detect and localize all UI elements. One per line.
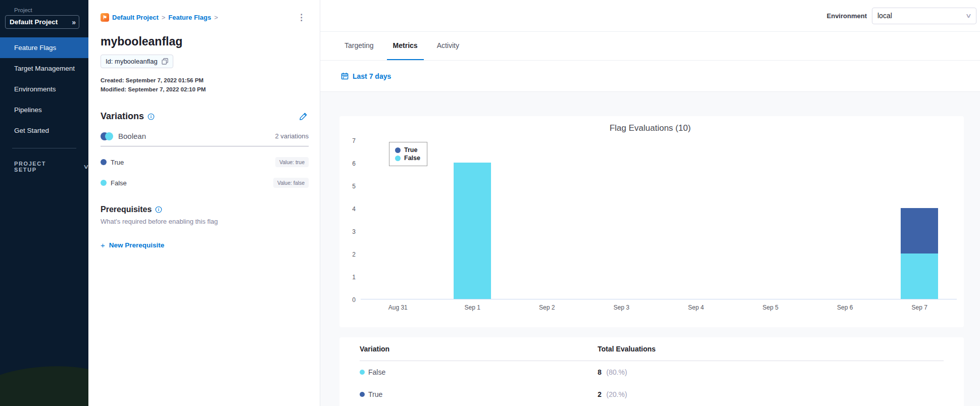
column-header-total-evaluations: Total Evaluations <box>598 345 944 353</box>
y-axis-tick: 5 <box>352 183 356 190</box>
sidebar: Project Default Project » Feature Flags … <box>0 0 88 406</box>
variation-type-label: Boolean <box>118 132 275 140</box>
variations-divider <box>101 146 309 146</box>
date-range-button[interactable]: Last 7 days <box>341 72 391 80</box>
sidebar-nav: Feature Flags Target Management Environm… <box>0 37 88 141</box>
variation-row-true: True Value: true <box>101 157 309 167</box>
true-dot-icon <box>101 159 107 165</box>
breadcrumb-feature-flags[interactable]: Feature Flags <box>168 14 211 21</box>
chevron-down-icon: ∨ <box>83 163 88 170</box>
flag-modified-date: Modified: September 7, 2022 02:10 PM <box>101 85 309 94</box>
variation-row-false: False Value: false <box>101 178 309 188</box>
x-axis-label: Sep 1 <box>435 304 510 311</box>
new-prerequisite-button[interactable]: + New Prerequisite <box>101 241 164 249</box>
false-dot-icon <box>101 180 107 186</box>
kebab-menu-icon[interactable]: ⋮ <box>294 12 309 23</box>
bar-slot <box>659 140 733 299</box>
prerequisites-description: What's required before enabling this fla… <box>101 218 309 225</box>
variation-cell: True <box>368 390 382 398</box>
table-row: False 8 (80.%) <box>360 361 944 383</box>
x-axis-label: Sep 2 <box>510 304 584 311</box>
bar-slot <box>510 140 584 299</box>
project-setup-label: PROJECT SETUP <box>14 161 71 173</box>
tabs: Targeting Metrics Activity <box>320 32 980 61</box>
y-axis-tick: 0 <box>352 296 356 303</box>
bar-segment-false <box>454 163 491 299</box>
legend-label: True <box>404 146 417 154</box>
sidebar-item-target-management[interactable]: Target Management <box>0 58 88 79</box>
boolean-type-icon <box>101 132 113 140</box>
breadcrumb-separator: > <box>214 14 218 21</box>
edit-variations-icon[interactable] <box>298 111 309 122</box>
true-legend-dot-icon <box>395 147 401 153</box>
project-name: Default Project <box>10 18 72 26</box>
variation-count: 2 variations <box>275 132 309 140</box>
environment-value: local <box>877 12 966 20</box>
breadcrumb-default-project[interactable]: Default Project <box>112 14 159 21</box>
x-axis-label: Sep 6 <box>808 304 883 311</box>
plus-icon: + <box>101 241 105 249</box>
flag-id-text: Id: mybooleanflag <box>106 58 158 65</box>
y-axis-tick: 6 <box>352 160 356 167</box>
metrics-toolbar: Last 7 days <box>320 61 980 92</box>
flag-evaluations-chart: Flag Evaluations (10) 01234567 True Fals… <box>339 116 964 327</box>
x-axis-labels: Aug 31Sep 1Sep 2Sep 3Sep 4Sep 5Sep 6Sep … <box>361 299 957 311</box>
project-selector[interactable]: Default Project » <box>5 15 79 29</box>
sidebar-item-feature-flags[interactable]: Feature Flags <box>0 37 88 58</box>
bar-slot <box>883 140 957 299</box>
evaluation-percent: (20.%) <box>606 390 627 398</box>
legend-entry-false: False <box>395 154 420 162</box>
breadcrumb-separator: > <box>162 14 166 21</box>
variation-name: True <box>111 159 275 166</box>
y-axis-tick: 3 <box>352 228 356 235</box>
bar-segment-true <box>901 208 938 253</box>
sidebar-item-pipelines[interactable]: Pipelines <box>0 99 88 120</box>
flag-created-date: Created: September 7, 2022 01:56 PM <box>101 76 309 85</box>
column-header-variation: Variation <box>360 345 598 353</box>
false-legend-dot-icon <box>395 156 401 161</box>
evaluation-count: 2 <box>598 390 602 398</box>
variation-value-badge: Value: true <box>275 157 309 167</box>
project-label: Project <box>14 7 88 13</box>
bar-slot <box>584 140 659 299</box>
tab-activity[interactable]: Activity <box>431 32 465 60</box>
flag-title: mybooleanflag <box>101 35 309 48</box>
feature-flags-module-icon: ⚑ <box>101 13 109 22</box>
y-axis-tick: 4 <box>352 206 356 213</box>
environment-select[interactable]: local ∨ <box>872 8 976 24</box>
copy-icon[interactable] <box>162 58 168 65</box>
project-setup-toggle[interactable]: PROJECT SETUP ∨ <box>14 161 88 173</box>
plot-columns <box>361 140 957 299</box>
chevron-down-icon: ∨ <box>965 12 972 19</box>
x-axis-label: Sep 4 <box>659 304 733 311</box>
y-axis-tick: 7 <box>352 137 356 144</box>
table-header-row: Variation Total Evaluations <box>360 337 944 361</box>
variations-heading-text: Variations <box>101 111 144 122</box>
true-dot-icon <box>360 392 365 397</box>
bar-slot <box>808 140 883 299</box>
chart-title: Flag Evaluations (10) <box>344 123 957 133</box>
evaluation-count: 8 <box>598 368 602 376</box>
calendar-icon <box>341 72 349 80</box>
info-icon[interactable] <box>155 206 162 213</box>
table-row: True 2 (20.%) <box>360 383 944 405</box>
bar-slot <box>733 140 808 299</box>
metrics-panel: Environment local ∨ Targeting Metrics Ac… <box>320 0 980 406</box>
sidebar-item-environments[interactable]: Environments <box>0 79 88 99</box>
expand-icon: » <box>72 18 75 26</box>
tab-targeting[interactable]: Targeting <box>338 32 380 60</box>
date-range-label: Last 7 days <box>353 72 391 80</box>
environment-bar: Environment local ∨ <box>320 0 980 32</box>
x-axis-label: Sep 7 <box>883 304 957 311</box>
variations-heading: Variations <box>101 111 155 122</box>
tab-metrics[interactable]: Metrics <box>387 32 424 60</box>
sidebar-item-get-started[interactable]: Get Started <box>0 120 88 141</box>
new-prerequisite-label: New Prerequisite <box>109 241 165 249</box>
environment-label: Environment <box>827 12 867 20</box>
legend-label: False <box>404 154 420 162</box>
evaluation-percent: (80.%) <box>606 368 627 376</box>
x-axis-label: Aug 31 <box>361 304 435 311</box>
bar-segment-false <box>901 253 938 299</box>
bar-slot <box>435 140 510 299</box>
info-icon[interactable] <box>148 113 155 120</box>
